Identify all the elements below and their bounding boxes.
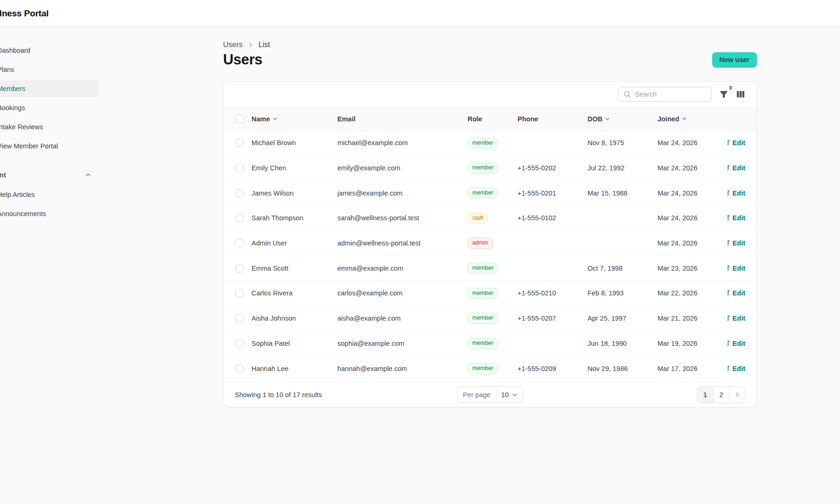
edit-label: Edit [733,239,745,247]
pencil-square-icon [728,164,730,172]
brand-logo[interactable]: Wellness Portal [0,8,49,19]
sidebar-item-bookings[interactable]: Bookings [0,99,98,116]
edit-button[interactable]: Edit [728,239,745,247]
table-body: Michael Brown michael@example.com member… [224,131,756,381]
cell-email: james@example.com [337,189,468,197]
column-header-label-dob[interactable]: DOB [588,115,610,123]
cell-name: Hannah Lee [252,365,337,372]
cell-name: Emma Scott [252,265,337,272]
edit-button[interactable]: Edit [728,340,745,347]
chevron-down-icon [511,392,518,398]
column-header-label-role: Role [468,115,482,123]
row-checkbox[interactable] [235,214,244,222]
select-all-checkbox[interactable] [235,115,244,123]
sort-chevron-icon [681,116,687,122]
per-page-control: Per page 10 [457,386,523,403]
cell-name: James Wilson [252,189,337,197]
cell-dob: Jun 18, 1990 [588,340,658,347]
row-checkbox[interactable] [235,264,244,273]
columns-icon [736,90,745,99]
breadcrumb: Users List [223,40,757,49]
row-checkbox[interactable] [235,339,244,348]
edit-button[interactable]: Edit [728,189,745,197]
page-button-1[interactable]: 1 [697,387,713,403]
edit-button[interactable]: Edit [728,315,745,322]
page-button-2[interactable]: 2 [713,387,729,403]
cell-name: Sarah Thompson [252,214,337,222]
sidebar-nav-main: DashboardPlansMembersBookingsIntake Revi… [0,42,98,154]
table-row: Michael Brown michael@example.com member… [224,131,756,156]
edit-button[interactable]: Edit [728,365,745,372]
row-checkbox[interactable] [235,139,244,147]
column-header-label-joined[interactable]: Joined [658,115,687,123]
sidebar-item-help-articles[interactable]: Help Articles [0,186,98,203]
row-checkbox[interactable] [235,239,244,247]
pencil-square-icon [728,214,730,222]
sidebar-group-content[interactable]: Content [0,170,98,180]
cell-name: Sophia Patel [252,340,337,347]
sidebar-item-label: Announcements [0,210,46,217]
toggle-columns-button[interactable] [736,90,745,99]
cell-phone: +1-555-0201 [518,189,588,197]
row-checkbox[interactable] [235,364,244,373]
filter-button[interactable]: 0 [719,90,728,99]
next-page-button[interactable] [729,387,745,403]
new-user-button[interactable]: New user [712,52,757,68]
cell-name: Aisha Johnson [252,315,337,322]
edit-button[interactable]: Edit [728,289,745,297]
sidebar-item-view-member-portal[interactable]: View Member Portal [0,138,98,154]
edit-button[interactable]: Edit [728,164,745,172]
table-row: Emma Scott emma@example.com member Oct 7… [224,256,756,281]
cell-phone: +1-555-0202 [518,164,588,172]
column-header-label-email: Email [337,115,356,123]
pencil-square-icon [728,315,730,322]
edit-label: Edit [733,214,745,222]
chevron-up-icon [84,171,92,179]
table-row: Sarah Thompson sarah@wellness-portal.tes… [224,206,756,231]
role-badge: staff [468,213,488,224]
cell-joined: Mar 19, 2026 [658,340,728,347]
sidebar-item-plans[interactable]: Plans [0,61,98,78]
edit-label: Edit [733,289,745,297]
sidebar-item-intake-reviews[interactable]: Intake Reviews [0,119,98,135]
per-page-value: 10 [501,391,509,399]
row-checkbox[interactable] [235,289,244,297]
breadcrumb-list: List [259,41,270,49]
cell-email: sophia@example.com [337,340,468,347]
role-badge: member [468,288,498,299]
edit-label: Edit [733,164,745,172]
pencil-square-icon [728,139,730,147]
row-checkbox[interactable] [235,314,244,322]
breadcrumb-users[interactable]: Users [223,41,243,49]
cell-email: emma@example.com [337,265,468,272]
cell-dob: Mar 15, 1988 [588,189,658,197]
edit-button[interactable]: Edit [728,139,745,147]
edit-button[interactable]: Edit [728,265,745,272]
sort-chevron-icon [604,116,610,122]
cell-email: hannah@example.com [337,365,468,372]
sidebar-item-label: View Member Portal [0,142,58,150]
cell-dob: Jul 22, 1992 [588,164,658,172]
cell-name: Carlos Rivera [252,289,337,297]
edit-label: Edit [733,189,745,197]
per-page-select[interactable]: 10 [497,387,523,402]
sidebar-item-label: Bookings [0,104,25,112]
filter-count-badge: 0 [729,85,732,91]
cell-joined: Mar 21, 2026 [658,315,728,322]
sidebar-nav-group: Help ArticlesAnnouncements [0,186,98,222]
cell-email: admin@wellness-portal.test [337,239,468,247]
sidebar-item-dashboard[interactable]: Dashboard [0,42,98,59]
column-header-role: Role [468,115,518,123]
sidebar-item-members[interactable]: Members [0,80,98,97]
search-input[interactable] [635,91,707,98]
edit-label: Edit [733,340,745,347]
row-checkbox[interactable] [235,164,244,172]
column-header-label-name[interactable]: Name [252,115,278,123]
cell-email: aisha@example.com [337,315,468,322]
cell-joined: Mar 24, 2026 [658,164,728,172]
sidebar-item-announcements[interactable]: Announcements [0,205,98,222]
chevron-right-icon [734,391,741,398]
row-checkbox[interactable] [235,189,244,197]
cell-name: Emily Chen [252,164,337,172]
edit-button[interactable]: Edit [728,214,745,222]
